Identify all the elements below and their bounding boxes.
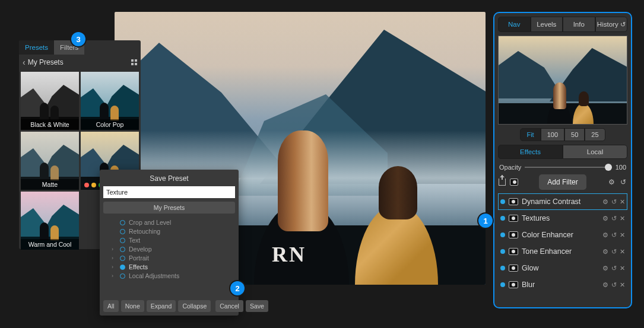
enable-dot[interactable] (500, 266, 505, 270)
gear-icon[interactable]: ⚙ (602, 265, 608, 272)
export-icon[interactable] (498, 178, 506, 186)
close-icon[interactable]: ✕ (620, 198, 625, 206)
opt-portrait[interactable]: ›Portrait (112, 254, 235, 263)
zoom-25[interactable]: 25 (585, 128, 605, 141)
mask-icon[interactable] (509, 215, 518, 222)
navigator-thumbnail[interactable] (498, 36, 627, 125)
enable-dot[interactable] (500, 282, 505, 287)
mode-toggle: Effects Local (498, 145, 627, 159)
mode-local[interactable]: Local (563, 145, 627, 159)
zoom-50[interactable]: 50 (564, 128, 585, 141)
zoom-controls: Fit 100 50 25 (498, 128, 627, 141)
gear-icon[interactable]: ⚙ (607, 178, 616, 186)
filter-row[interactable]: Glow⚙↺✕ (498, 260, 627, 276)
reset-icon[interactable]: ↺ (611, 265, 617, 272)
filter-name: Glow (522, 264, 599, 272)
filter-row[interactable]: Textures⚙↺✕ (498, 210, 627, 227)
cancel-button[interactable]: Cancel (215, 300, 243, 312)
preset-warm-cool[interactable]: Warm and Cool (21, 192, 79, 250)
reset-icon[interactable]: ↺ (611, 198, 617, 206)
mask-icon[interactable] (509, 231, 518, 238)
mask-icon[interactable] (509, 265, 518, 272)
presets-header: My Presets (28, 58, 64, 66)
zoom-100[interactable]: 100 (541, 128, 564, 141)
callout-badge-2: 2 (230, 281, 245, 295)
mask-icon[interactable] (509, 198, 518, 205)
reset-icon[interactable]: ↺ (611, 281, 617, 289)
gear-icon[interactable]: ⚙ (602, 231, 608, 239)
mode-effects[interactable]: Effects (498, 145, 563, 159)
preset-matte[interactable]: Matte (21, 132, 79, 190)
enable-dot[interactable] (500, 199, 505, 204)
reset-icon[interactable]: ↺ (611, 231, 617, 239)
opt-crop[interactable]: Crop and Level (112, 218, 235, 227)
all-button[interactable]: All (103, 300, 119, 312)
enable-dot[interactable] (500, 233, 505, 237)
tab-presets[interactable]: Presets (19, 40, 54, 55)
gear-icon[interactable]: ⚙ (602, 281, 608, 289)
opt-effects[interactable]: ›Effects (112, 263, 235, 272)
preset-label: Warm and Cool (21, 239, 79, 250)
preset-label: Black & White (21, 119, 79, 130)
opacity-value: 100 (616, 164, 626, 171)
shirt-text: RN (272, 242, 306, 267)
reset-icon[interactable]: ↺ (619, 178, 627, 186)
close-icon[interactable]: ✕ (620, 215, 625, 222)
none-button[interactable]: None (121, 300, 144, 312)
opacity-knob[interactable] (605, 164, 612, 171)
opt-retouch[interactable]: Retouching (112, 227, 235, 236)
preset-black-white[interactable]: Black & White (21, 72, 79, 130)
mask-icon[interactable] (509, 248, 518, 255)
reset-icon[interactable]: ↺ (611, 215, 617, 222)
destination-dropdown[interactable]: My Presets (103, 202, 235, 214)
callout-badge-3: 3 (71, 32, 85, 46)
tab-info[interactable]: Info (563, 17, 595, 32)
zoom-fit[interactable]: Fit (520, 128, 540, 141)
opt-text[interactable]: Text (112, 236, 235, 245)
reset-icon[interactable]: ↺ (611, 248, 617, 256)
save-button[interactable]: Save (246, 300, 268, 312)
back-icon[interactable]: ‹ (23, 58, 26, 67)
filter-name: Blur (522, 281, 599, 289)
filter-name: Dynamic Contrast (522, 198, 599, 206)
filter-row[interactable]: Tone Enhancer⚙↺✕ (498, 243, 627, 260)
grid-view-icon[interactable] (131, 59, 137, 65)
filter-row[interactable]: Dynamic Contrast⚙↺✕ (498, 193, 627, 210)
filter-name: Textures (522, 214, 599, 222)
opacity-slider[interactable] (525, 167, 611, 168)
preset-color-pop[interactable]: Color Pop (81, 72, 139, 130)
close-icon[interactable]: ✕ (620, 265, 625, 272)
opt-develop[interactable]: ›Develop (112, 245, 235, 254)
close-icon[interactable]: ✕ (620, 231, 625, 239)
gear-icon[interactable]: ⚙ (602, 215, 608, 222)
master-mask-icon[interactable] (510, 178, 518, 186)
filter-row[interactable]: Color Enhancer⚙↺✕ (498, 227, 627, 243)
filter-name: Color Enhancer (522, 231, 599, 239)
callout-badge-1: 1 (478, 214, 493, 228)
preset-label: Color Pop (81, 119, 139, 130)
dialog-title: Save Preset (103, 174, 235, 183)
filter-name: Tone Enhancer (522, 247, 599, 256)
mask-icon[interactable] (509, 281, 518, 288)
preset-name-input[interactable] (103, 186, 235, 198)
collapse-button[interactable]: Collapse (178, 300, 211, 312)
save-preset-dialog: Save Preset My Presets Crop and Level Re… (100, 170, 239, 316)
close-icon[interactable]: ✕ (620, 248, 625, 256)
gear-icon[interactable]: ⚙ (602, 198, 608, 206)
opacity-label: Opacity (499, 164, 521, 171)
right-panel: Nav Levels Info History↺ Fit 100 50 25 E… (493, 12, 632, 308)
add-filter-button[interactable]: Add Filter (539, 174, 586, 190)
opt-local[interactable]: ›Local Adjustments (112, 272, 235, 281)
history-icon: ↺ (620, 21, 626, 28)
filter-stack: Dynamic Contrast⚙↺✕ Textures⚙↺✕ Color En… (498, 193, 627, 293)
expand-button[interactable]: Expand (147, 300, 176, 312)
enable-dot[interactable] (500, 216, 505, 221)
right-tabs: Nav Levels Info History↺ (498, 17, 627, 32)
enable-dot[interactable] (500, 249, 505, 254)
tab-nav[interactable]: Nav (498, 17, 531, 32)
filter-row[interactable]: Blur⚙↺✕ (498, 276, 627, 293)
tab-history[interactable]: History↺ (595, 17, 628, 32)
tab-levels[interactable]: Levels (531, 17, 563, 32)
gear-icon[interactable]: ⚙ (602, 248, 608, 256)
close-icon[interactable]: ✕ (620, 281, 625, 289)
